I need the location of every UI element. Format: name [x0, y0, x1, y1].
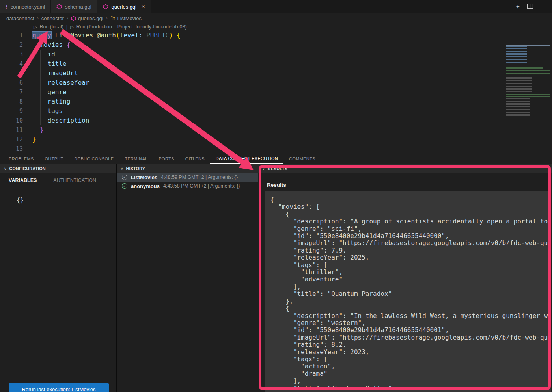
- section-title: RESULTS: [268, 166, 288, 171]
- chevron-right-icon: ›: [67, 15, 68, 21]
- code-line[interactable]: 7 genre: [0, 87, 505, 97]
- code-line[interactable]: 13: [0, 144, 505, 153]
- configuration-section: ∨ CONFIGURATION VARIABLES AUTHENTICATION…: [0, 164, 117, 392]
- rerun-last-execution-button[interactable]: Rerun last execution: ListMovies: [9, 383, 109, 392]
- panel-tab-problems[interactable]: PROBLEMS: [3, 153, 39, 164]
- code-line[interactable]: 8 rating: [0, 97, 505, 106]
- window-actions: ✦ ···: [515, 0, 552, 13]
- code-line[interactable]: 6 releaseYear: [0, 78, 505, 87]
- panel-tab-comments[interactable]: COMMENTS: [283, 153, 321, 164]
- line-number: 7: [0, 87, 23, 97]
- more-actions-icon[interactable]: ···: [540, 4, 546, 10]
- line-number: 11: [0, 125, 23, 135]
- line-number: 9: [0, 106, 23, 116]
- breadcrumb-item[interactable]: dataconnect: [6, 15, 34, 21]
- yaml-warning-icon: !: [6, 4, 7, 10]
- line-number: 8: [0, 97, 23, 106]
- chevron-right-icon: ›: [106, 15, 108, 21]
- line-number: 13: [0, 144, 23, 153]
- panel-tab-output[interactable]: OUTPUT: [39, 153, 69, 164]
- tab-schema-gql[interactable]: schema.gql: [51, 0, 97, 13]
- chevron-down-icon: ∨: [4, 167, 7, 171]
- query-symbol-icon: [110, 16, 116, 21]
- configuration-header[interactable]: ∨ CONFIGURATION: [0, 164, 116, 173]
- history-meta: 4:43:58 PM GMT+2 | Arguments: {}: [163, 183, 240, 189]
- line-number: 3: [0, 50, 23, 59]
- sparkle-icon[interactable]: ✦: [515, 4, 520, 10]
- play-icon: ▷: [34, 24, 37, 30]
- history-row-listmovies[interactable]: ✓ ListMovies 4:48:59 PM GMT+2 | Argument…: [117, 173, 258, 182]
- panel-tab-debug-console[interactable]: DEBUG CONSOLE: [69, 153, 119, 164]
- code-editor[interactable]: ▷ Run (local) | ▷ Run (Production – Proj…: [0, 23, 552, 153]
- line-number: 12: [0, 135, 23, 144]
- breadcrumb-label: ListMovies: [117, 15, 142, 21]
- close-icon[interactable]: ×: [141, 4, 145, 10]
- split-editor-icon[interactable]: [527, 4, 533, 10]
- chevron-down-icon: ∨: [262, 167, 265, 171]
- breadcrumb-label: queries.gql: [78, 15, 103, 21]
- breadcrumb: dataconnect › connector › queries.gql › …: [0, 13, 552, 23]
- graphql-icon: [71, 16, 76, 21]
- vscode-window: ! connector.yaml schema.gql queries.gql …: [0, 0, 552, 392]
- line-number: 4: [0, 59, 23, 69]
- panel-tab-data-connect-execution[interactable]: DATA CONNECT EXECUTION: [210, 153, 283, 164]
- section-title: CONFIGURATION: [9, 166, 46, 171]
- history-section: ∨ HISTORY ✓ ListMovies 4:48:59 PM GMT+2 …: [117, 164, 258, 392]
- code-line[interactable]: 5 imageUrl: [0, 69, 505, 78]
- results-section: ∨ RESULTS Results { "movies": [ { "descr…: [258, 164, 552, 392]
- code-line[interactable]: 11 }: [0, 125, 505, 135]
- code-line[interactable]: 12}: [0, 135, 505, 144]
- configuration-tabs: VARIABLES AUTHENTICATION: [9, 178, 116, 187]
- variables-editor[interactable]: {}: [17, 197, 116, 204]
- history-header[interactable]: ∨ HISTORY: [117, 164, 258, 173]
- tab-label: connector.yaml: [11, 4, 45, 10]
- breadcrumb-item[interactable]: ListMovies: [110, 15, 142, 21]
- line-number: 5: [0, 69, 23, 78]
- breadcrumb-item[interactable]: queries.gql: [71, 15, 103, 21]
- minimap[interactable]: [505, 45, 551, 118]
- run-production-link[interactable]: Run (Production – Project: friendly-flix…: [76, 24, 187, 30]
- graphql-icon: [56, 4, 62, 9]
- panel-tab-gitlens[interactable]: GITLENS: [180, 153, 210, 164]
- check-circle-icon: ✓: [122, 183, 127, 189]
- history-row-anonymous[interactable]: ✓ anonymous 4:43:58 PM GMT+2 | Arguments…: [117, 182, 258, 190]
- line-number: 1: [0, 31, 23, 40]
- check-circle-icon: ✓: [122, 175, 127, 180]
- codelens-row: ▷ Run (local) | ▷ Run (Production – Proj…: [34, 23, 187, 31]
- tab-authentication[interactable]: AUTHENTICATION: [53, 178, 96, 187]
- code-line[interactable]: 3 id: [0, 50, 505, 59]
- results-header[interactable]: ∨ RESULTS: [258, 164, 552, 173]
- editor-tab-bar: ! connector.yaml schema.gql queries.gql …: [0, 0, 552, 13]
- tab-connector-yaml[interactable]: ! connector.yaml: [0, 0, 51, 13]
- tab-queries-gql[interactable]: queries.gql ×: [97, 0, 151, 13]
- indent-guide: [33, 40, 33, 135]
- panel-tab-bar: PROBLEMSOUTPUTDEBUG CONSOLETERMINALPORTS…: [0, 153, 552, 164]
- code-line[interactable]: 4 title: [0, 59, 505, 69]
- results-label: Results: [267, 182, 552, 188]
- tab-variables[interactable]: VARIABLES: [9, 178, 37, 187]
- line-number: 2: [0, 40, 23, 50]
- history-name: ListMovies: [131, 175, 157, 180]
- code-line[interactable]: 10 description: [0, 116, 505, 125]
- results-json[interactable]: { "movies": [ { "description": "A group …: [265, 191, 551, 392]
- tab-label: schema.gql: [65, 4, 91, 10]
- breadcrumb-item[interactable]: connector: [41, 15, 64, 21]
- line-number: 6: [0, 78, 23, 87]
- history-name: anonymous: [131, 183, 160, 189]
- line-number: 10: [0, 116, 23, 125]
- code-line[interactable]: 9 tags: [0, 106, 505, 116]
- code-line[interactable]: 2 movies {: [0, 40, 505, 50]
- section-title: HISTORY: [126, 166, 145, 171]
- code-line[interactable]: 1query ListMovies @auth(level: PUBLIC) {: [0, 31, 505, 40]
- codelens-divider: |: [66, 24, 67, 30]
- bottom-panel: PROBLEMSOUTPUTDEBUG CONSOLETERMINALPORTS…: [0, 153, 552, 392]
- play-icon: ▷: [70, 24, 73, 30]
- tab-label: queries.gql: [112, 4, 137, 10]
- run-local-link[interactable]: Run (local): [39, 24, 63, 30]
- history-meta: 4:48:59 PM GMT+2 | Arguments: {}: [161, 175, 238, 180]
- graphql-icon: [103, 4, 108, 9]
- panel-tab-ports[interactable]: PORTS: [153, 153, 179, 164]
- panel-tab-terminal[interactable]: TERMINAL: [119, 153, 153, 164]
- code-lines: 1query ListMovies @auth(level: PUBLIC) {…: [0, 31, 505, 153]
- chevron-down-icon: ∨: [121, 167, 123, 171]
